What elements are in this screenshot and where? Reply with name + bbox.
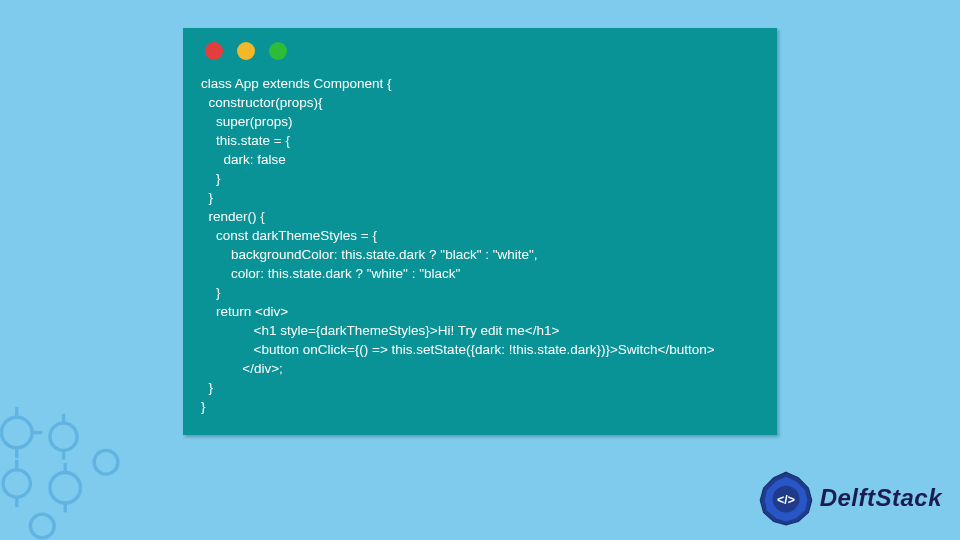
close-icon: [205, 42, 223, 60]
background-pattern-icon: [0, 390, 140, 540]
svg-text:</>: </>: [777, 493, 795, 507]
window-controls: [201, 42, 759, 60]
brand-logo-icon: </>: [758, 470, 814, 526]
svg-point-9: [30, 514, 54, 538]
svg-point-6: [3, 470, 30, 497]
code-block: class App extends Component { constructo…: [201, 74, 759, 416]
minimize-icon: [237, 42, 255, 60]
brand-name: DelftStack: [820, 484, 942, 512]
brand: </> DelftStack: [758, 470, 942, 526]
svg-point-8: [94, 450, 118, 474]
svg-point-4: [1, 417, 32, 448]
maximize-icon: [269, 42, 287, 60]
svg-point-5: [50, 423, 77, 450]
code-window: class App extends Component { constructo…: [183, 28, 777, 435]
svg-point-7: [50, 472, 81, 503]
